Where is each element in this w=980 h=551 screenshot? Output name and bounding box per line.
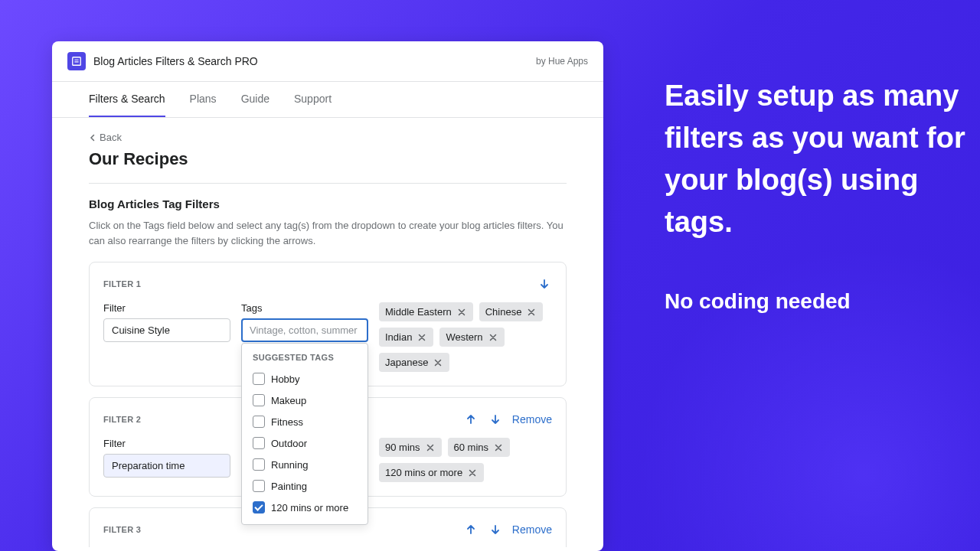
back-link[interactable]: Back xyxy=(89,132,567,143)
dropdown-item[interactable]: Hobby xyxy=(242,368,368,390)
filter-number-label: FILTER 3 xyxy=(103,525,141,534)
filter-name-input[interactable] xyxy=(103,318,230,342)
tag-chip: Chinese xyxy=(479,302,544,321)
filter-number-label: FILTER 1 xyxy=(103,279,141,289)
checkbox-icon xyxy=(253,416,265,428)
dropdown-header: SUGGESTED TAGS xyxy=(242,350,368,368)
remove-link[interactable]: Remove xyxy=(512,523,552,536)
filter-field-label: Filter xyxy=(103,438,230,449)
dropdown-item[interactable]: Outdoor xyxy=(242,432,368,454)
dropdown-item[interactable]: Painting xyxy=(242,475,368,497)
tag-chips: 90 mins60 mins120 mins or more xyxy=(379,438,552,482)
close-icon[interactable] xyxy=(526,307,537,318)
tag-chip: 120 mins or more xyxy=(379,463,484,482)
tag-chip: 60 mins xyxy=(448,438,511,457)
close-icon[interactable] xyxy=(433,357,443,368)
checkbox-icon xyxy=(253,501,265,514)
app-title: Blog Articles Filters & Search PRO xyxy=(93,55,258,67)
dropdown-item-label: Fitness xyxy=(271,416,303,428)
tag-chip: Western xyxy=(439,328,504,347)
tag-chips: Middle EasternChineseIndianWesternJapane… xyxy=(379,302,552,372)
move-down-button[interactable] xyxy=(537,276,552,292)
promo-heading: Easily setup as many filters as you want… xyxy=(665,75,980,243)
checkbox-icon xyxy=(253,458,265,471)
tab-filters-search[interactable]: Filters & Search xyxy=(89,82,165,117)
close-icon[interactable] xyxy=(416,332,427,343)
tab-support[interactable]: Support xyxy=(294,82,332,117)
page-title: Our Recipes xyxy=(89,149,567,169)
chip-label: Indian xyxy=(385,331,412,343)
app-window: Blog Articles Filters & Search PRO by Hu… xyxy=(52,41,603,551)
dropdown-item[interactable]: 120 mins or more xyxy=(242,497,368,518)
remove-link[interactable]: Remove xyxy=(512,413,552,425)
tag-chip: Middle Eastern xyxy=(379,302,473,321)
tab-guide[interactable]: Guide xyxy=(241,82,270,117)
tag-chip: 90 mins xyxy=(379,438,442,457)
chevron-left-icon xyxy=(89,134,96,142)
back-label: Back xyxy=(100,132,122,143)
svg-rect-0 xyxy=(73,57,81,66)
checkbox-icon xyxy=(253,373,265,385)
chip-label: 120 mins or more xyxy=(385,467,462,478)
tag-chip: Japanese xyxy=(379,353,449,372)
move-down-button[interactable] xyxy=(488,522,503,537)
tag-chip: Indian xyxy=(379,328,433,347)
filter-name-input[interactable] xyxy=(103,454,230,478)
close-icon[interactable] xyxy=(467,468,478,478)
suggested-tags-dropdown: SUGGESTED TAGSHobbyMakeupFitnessOutdoorR… xyxy=(241,343,368,525)
move-up-button[interactable] xyxy=(463,412,479,427)
dropdown-item-label: Hobby xyxy=(271,373,300,385)
dropdown-item-label: Running xyxy=(271,459,308,471)
divider xyxy=(89,183,567,184)
dropdown-item-label: Outdoor xyxy=(271,438,307,449)
dropdown-item[interactable]: Fitness xyxy=(242,411,368,432)
tabs: Filters & SearchPlansGuideSupport xyxy=(52,82,603,118)
app-header: Blog Articles Filters & Search PRO by Hu… xyxy=(52,41,603,82)
close-icon[interactable] xyxy=(456,307,467,318)
app-icon xyxy=(67,52,86,70)
close-icon[interactable] xyxy=(425,442,436,453)
filter-field-label: Filter xyxy=(103,302,230,314)
tags-input[interactable] xyxy=(241,318,368,342)
dropdown-item-label: Makeup xyxy=(271,395,306,406)
chip-label: Western xyxy=(446,331,482,343)
move-up-button[interactable] xyxy=(463,522,479,537)
filter-number-label: FILTER 2 xyxy=(103,415,141,424)
section-title: Blog Articles Tag Filters xyxy=(89,197,567,210)
checkbox-icon xyxy=(253,394,265,406)
content: Back Our Recipes Blog Articles Tag Filte… xyxy=(52,118,603,547)
chip-label: Japanese xyxy=(385,357,428,368)
tab-plans[interactable]: Plans xyxy=(190,82,217,117)
tags-field-label: Tags xyxy=(241,302,368,314)
close-icon[interactable] xyxy=(493,442,504,453)
section-desc: Click on the Tags field below and select… xyxy=(89,218,567,248)
chip-label: 90 mins xyxy=(385,442,420,453)
chip-label: 60 mins xyxy=(454,442,489,453)
checkbox-icon xyxy=(253,437,265,449)
dropdown-item-label: Painting xyxy=(271,481,307,492)
app-byline: by Hue Apps xyxy=(536,56,588,67)
promo-text: Easily setup as many filters as you want… xyxy=(665,75,980,314)
dropdown-item[interactable]: Running xyxy=(242,454,368,475)
promo-sub: No coding needed xyxy=(665,289,980,314)
checkbox-icon xyxy=(253,480,265,492)
move-down-button[interactable] xyxy=(488,412,503,427)
dropdown-item-label: 120 mins or more xyxy=(271,502,348,514)
dropdown-item[interactable]: Makeup xyxy=(242,390,368,411)
chip-label: Middle Eastern xyxy=(385,306,452,318)
close-icon[interactable] xyxy=(488,332,498,343)
filter-card: FILTER 1FilterTagsSUGGESTED TAGSHobbyMak… xyxy=(89,262,567,386)
chip-label: Chinese xyxy=(485,306,522,318)
